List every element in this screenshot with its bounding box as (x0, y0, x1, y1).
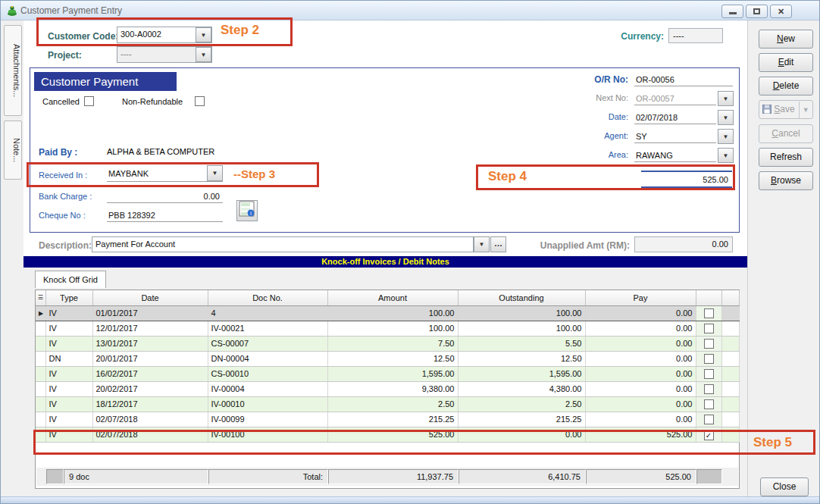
cell-type[interactable]: IV (45, 412, 92, 427)
cell-amount[interactable]: 7.50 (327, 336, 458, 351)
cell-pay-checkbox[interactable] (696, 366, 721, 381)
cell-pay[interactable]: 0.00 (585, 305, 696, 321)
cell-doc-no[interactable]: CS-00010 (208, 366, 327, 381)
cell-pay[interactable]: 0.00 (585, 381, 696, 396)
description-dropdown-icon[interactable] (474, 236, 490, 252)
table-row[interactable]: IV12/01/2017IV-00021100.00100.000.00 (36, 321, 739, 336)
cell-type[interactable]: IV (45, 305, 92, 321)
restore-button[interactable] (746, 5, 768, 18)
cell-amount[interactable]: 100.00 (327, 321, 458, 336)
project-combo[interactable]: ---- (117, 46, 212, 63)
cheque-no-field[interactable]: PBB 128392 (107, 208, 223, 222)
new-button[interactable]: New (759, 30, 813, 49)
refresh-button[interactable]: Refresh (759, 148, 813, 167)
cell-type[interactable]: IV (45, 336, 92, 351)
sidebar-tab-attachments[interactable]: Attachments... (4, 25, 22, 116)
area-field[interactable]: RAWANG (634, 148, 716, 162)
cell-date[interactable]: 12/01/2017 (92, 321, 208, 336)
cell-date[interactable]: 20/01/2017 (92, 351, 208, 366)
cell-amount[interactable]: 2.50 (327, 396, 458, 412)
cell-type[interactable]: IV (45, 321, 92, 336)
cell-amount[interactable]: 12.50 (327, 351, 458, 366)
cell-outstanding[interactable]: 100.00 (458, 321, 585, 336)
column-header-date[interactable]: Date (92, 290, 208, 305)
cell-pay[interactable]: 0.00 (585, 396, 696, 412)
delete-button[interactable]: Delete (759, 77, 813, 95)
cell-type[interactable]: IV (45, 381, 92, 396)
cell-outstanding[interactable]: 2.50 (458, 396, 585, 412)
table-row[interactable]: ▶IV01/01/20174100.00100.000.00 (36, 305, 739, 321)
cell-amount[interactable]: 9,380.00 (327, 381, 458, 396)
cell-pay-checkbox[interactable] (696, 305, 721, 321)
cell-pay-checkbox[interactable] (696, 351, 721, 366)
save-dropdown-icon[interactable]: ▼ (799, 102, 809, 119)
checkbox-unchecked[interactable] (704, 415, 714, 424)
project-dropdown-icon[interactable] (196, 47, 211, 62)
cell-type[interactable]: DN (45, 351, 92, 366)
sidebar-tab-note[interactable]: Note... (4, 121, 22, 180)
cell-date[interactable]: 13/01/2017 (92, 336, 208, 351)
area-dropdown-icon[interactable] (718, 148, 734, 163)
checkbox-unchecked[interactable] (704, 339, 714, 349)
cell-amount[interactable]: 215.25 (327, 412, 458, 427)
cell-pay-checkbox[interactable] (696, 336, 721, 351)
browse-button[interactable]: Browse (759, 171, 813, 190)
close-button[interactable]: Close (760, 477, 809, 496)
checkbox-unchecked[interactable] (704, 354, 714, 364)
minimize-button[interactable] (721, 5, 743, 18)
cell-outstanding[interactable]: 4,380.00 (458, 381, 585, 396)
next-no-dropdown-icon[interactable] (718, 91, 734, 106)
or-no-field[interactable]: OR-00056 (634, 72, 733, 86)
table-row[interactable]: IV13/01/2017CS-000077.505.500.00 (36, 336, 739, 351)
agent-dropdown-icon[interactable] (718, 129, 734, 144)
cancel-button[interactable]: Cancel (759, 124, 813, 143)
checkbox-unchecked[interactable] (704, 308, 714, 318)
cell-doc-no[interactable]: 4 (208, 305, 327, 321)
cell-doc-no[interactable]: IV-00099 (208, 412, 327, 427)
cell-amount[interactable]: 100.00 (327, 305, 458, 321)
cell-pay-checkbox[interactable] (696, 412, 721, 427)
table-row[interactable]: IV18/12/2017IV-000102.502.500.00 (36, 396, 739, 412)
date-field[interactable]: 02/07/2018 (634, 110, 716, 124)
cell-amount[interactable]: 1,595.00 (327, 366, 458, 381)
cell-outstanding[interactable]: 5.50 (458, 336, 585, 351)
cell-date[interactable]: 02/07/2018 (92, 412, 208, 427)
column-header-pay[interactable]: Pay (585, 290, 696, 305)
cell-pay[interactable]: 0.00 (585, 351, 696, 366)
cell-doc-no[interactable]: IV-00021 (208, 321, 327, 336)
cell-doc-no[interactable]: CS-00007 (208, 336, 327, 351)
description-field[interactable]: Payment For Account (92, 236, 474, 252)
date-dropdown-icon[interactable] (718, 110, 734, 125)
checkbox-unchecked[interactable] (704, 399, 714, 409)
checkbox-unchecked[interactable] (704, 324, 714, 333)
cell-doc-no[interactable]: IV-00004 (208, 381, 327, 396)
checkbox-unchecked[interactable] (704, 369, 714, 379)
tab-knock-off-grid[interactable]: Knock Off Grid (35, 271, 106, 288)
cell-pay-checkbox[interactable] (696, 321, 721, 336)
cell-date[interactable]: 01/01/2017 (92, 305, 208, 321)
cell-pay[interactable]: 0.00 (585, 336, 696, 351)
table-row[interactable]: DN20/01/2017DN-0000412.5012.500.00 (36, 351, 739, 366)
cell-date[interactable]: 16/02/2017 (92, 366, 208, 381)
cancelled-checkbox[interactable] (84, 96, 94, 106)
close-window-button[interactable]: ✕ (770, 5, 792, 18)
table-row[interactable]: IV20/02/2017IV-000049,380.004,380.000.00 (36, 381, 739, 396)
cell-outstanding[interactable]: 215.25 (458, 412, 585, 427)
cell-type[interactable]: IV (45, 366, 92, 381)
column-header-type[interactable]: Type (45, 290, 92, 305)
table-row[interactable]: IV02/07/2018IV-00099215.25215.250.00 (36, 412, 739, 427)
cell-pay[interactable]: 0.00 (585, 366, 696, 381)
cell-pay[interactable]: 0.00 (585, 321, 696, 336)
cheque-calculator-button[interactable]: i (236, 200, 258, 221)
cell-pay-checkbox[interactable] (696, 396, 721, 412)
next-no-field[interactable]: OR-00057 (634, 91, 716, 105)
cell-date[interactable]: 20/02/2017 (92, 381, 208, 396)
agent-field[interactable]: SY (634, 129, 716, 143)
edit-button[interactable]: Edit (759, 53, 813, 72)
cell-date[interactable]: 18/12/2017 (92, 396, 208, 412)
checkbox-unchecked[interactable] (704, 384, 714, 394)
column-header-doc-no[interactable]: Doc No. (208, 290, 327, 305)
cell-outstanding[interactable]: 1,595.00 (458, 366, 585, 381)
non-refundable-checkbox[interactable] (195, 96, 205, 106)
cell-doc-no[interactable]: IV-00010 (208, 396, 327, 412)
